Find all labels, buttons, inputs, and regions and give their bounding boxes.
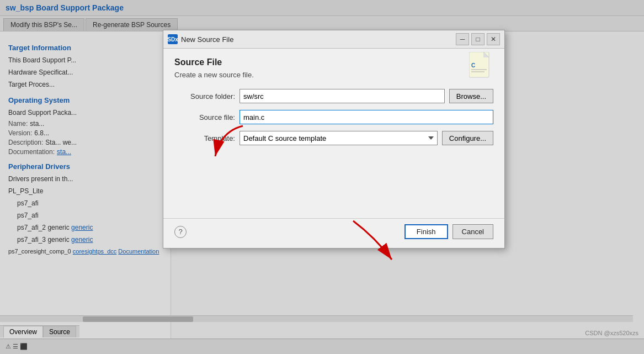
dialog-minimize-button[interactable]: ─ — [456, 33, 469, 45]
help-button[interactable]: ? — [174, 226, 187, 238]
template-row: Template: Default C source template Empt… — [174, 131, 493, 145]
finish-button[interactable]: Finish — [405, 224, 448, 239]
dialog-body: C Source File Create a new source file. … — [163, 49, 504, 163]
source-folder-input[interactable] — [239, 89, 445, 103]
source-folder-row: Source folder: Browse... — [174, 89, 493, 103]
dialog-close-button[interactable]: ✕ — [487, 33, 500, 45]
source-file-input[interactable] — [239, 110, 493, 124]
dialog-section-title: Source File — [174, 57, 493, 67]
dialog-maximize-button[interactable]: □ — [471, 33, 485, 45]
source-folder-label: Source folder: — [174, 92, 235, 101]
dialog-title-left: SDx New Source File — [168, 34, 233, 44]
source-file-icon: C — [469, 52, 493, 81]
dialog-title-text: New Source File — [181, 35, 233, 44]
svg-text:C: C — [471, 62, 475, 68]
cancel-button[interactable]: Cancel — [453, 224, 493, 239]
dialog-app-icon: SDx — [168, 34, 178, 44]
source-file-row: Source file: — [174, 110, 493, 124]
template-label: Template: — [174, 134, 235, 142]
dialog-window-controls: ─ □ ✕ — [456, 33, 500, 45]
source-file-label: Source file: — [174, 113, 235, 121]
footer-buttons: Finish Cancel — [405, 224, 493, 239]
dialog-footer: ? Finish Cancel — [163, 218, 504, 248]
dialog-description: Create a new source file. — [174, 71, 493, 79]
template-select[interactable]: Default C source template Empty file — [239, 131, 438, 145]
browse-button[interactable]: Browse... — [449, 89, 493, 103]
configure-button[interactable]: Configure... — [442, 131, 493, 145]
new-source-file-dialog: SDx New Source File ─ □ ✕ C Source File … — [163, 30, 505, 249]
dialog-titlebar: SDx New Source File ─ □ ✕ — [163, 30, 504, 49]
